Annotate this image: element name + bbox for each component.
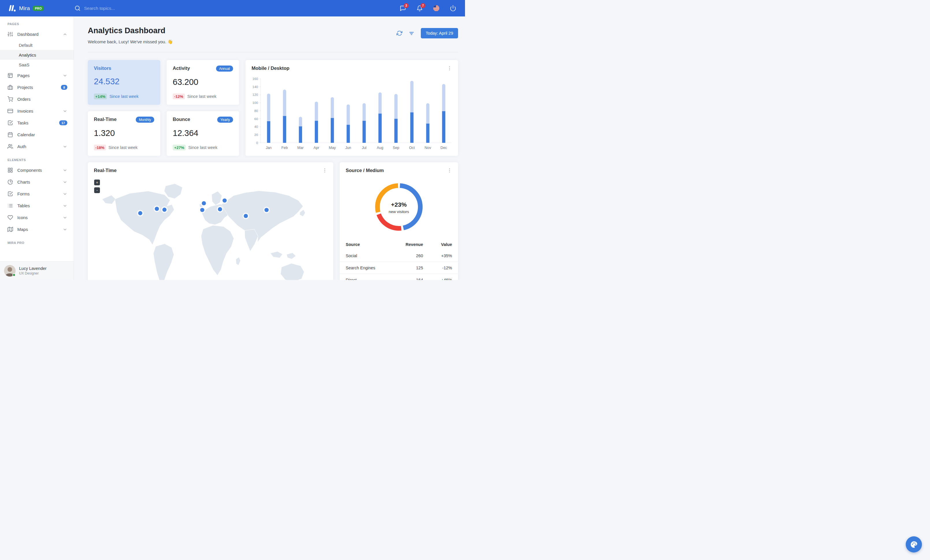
map-marker[interactable] xyxy=(162,207,166,212)
svg-text:May: May xyxy=(329,146,336,150)
map-marker[interactable] xyxy=(218,207,222,211)
svg-text:60: 60 xyxy=(254,117,258,121)
brand-name: Mira xyxy=(19,5,30,12)
top-navbar: Mira PRO 3 7 xyxy=(0,0,465,17)
sidebar-item-auth[interactable]: Auth xyxy=(0,141,74,152)
map-marker[interactable] xyxy=(200,208,204,212)
period-badge[interactable]: Monthly xyxy=(136,117,154,123)
date-button[interactable]: Today: April 29 xyxy=(421,28,458,38)
sidebar-item-pages[interactable]: Pages xyxy=(0,69,74,81)
svg-text:Feb: Feb xyxy=(281,146,288,150)
cell-source: Direct xyxy=(340,274,392,280)
cell-value: +46% xyxy=(429,274,458,280)
map-marker[interactable] xyxy=(265,208,269,212)
sidebar-item-maps[interactable]: Maps xyxy=(0,223,74,235)
power-icon xyxy=(450,5,456,12)
svg-text:Mar: Mar xyxy=(297,146,304,150)
stat-value: 12.364 xyxy=(173,129,233,138)
messages-button[interactable]: 3 xyxy=(400,5,406,12)
sidebar-item-calendar[interactable]: Calendar xyxy=(0,129,74,141)
online-status-dot xyxy=(12,273,15,276)
sidebar-item-label: Pages xyxy=(17,73,63,78)
sidebar-item-invoices[interactable]: Invoices xyxy=(0,105,74,117)
filter-button[interactable] xyxy=(409,30,414,36)
stat-delta-badge: +27% xyxy=(173,144,186,150)
navbar-actions: 3 7 xyxy=(400,5,457,12)
language-button[interactable] xyxy=(433,5,439,11)
table-header-revenue: Revenue xyxy=(392,239,429,250)
sidebar-user[interactable]: Lucy Lavender UX Designer xyxy=(0,261,74,280)
map-marker[interactable] xyxy=(155,207,159,211)
stats-grid: Visitors24.532+14%Since last weekActivit… xyxy=(88,60,239,156)
map-menu-button[interactable] xyxy=(322,168,328,173)
chevron-down-icon xyxy=(63,192,67,196)
sidebar-item-charts[interactable]: Charts xyxy=(0,176,74,188)
svg-text:Apr: Apr xyxy=(314,146,320,150)
sidebar-item-tasks[interactable]: Tasks17 xyxy=(0,117,74,129)
filter-icon xyxy=(409,30,414,36)
svg-text:Jan: Jan xyxy=(266,146,271,150)
svg-text:20: 20 xyxy=(254,133,258,137)
svg-text:140: 140 xyxy=(253,85,258,89)
sidebar-item-dashboard[interactable]: Dashboard xyxy=(0,28,74,40)
heart-icon xyxy=(8,215,13,220)
layout-icon xyxy=(8,73,13,78)
sidebar-item-label: Dashboard xyxy=(17,32,63,37)
mira-logo-icon xyxy=(8,4,16,12)
sidebar-item-forms[interactable]: Forms xyxy=(0,188,74,200)
bar-chart: 020406080100120140160JanFebMarAprMayJunJ… xyxy=(250,74,454,153)
source-menu-button[interactable] xyxy=(447,168,452,173)
sidebar-item-label: Tasks xyxy=(17,120,59,125)
shopping-cart-icon xyxy=(8,97,13,102)
sidebar-item-label: Invoices xyxy=(17,109,63,114)
search-icon xyxy=(74,5,80,11)
svg-text:160: 160 xyxy=(253,77,258,81)
refresh-icon xyxy=(397,30,402,36)
zoom-out-button[interactable]: - xyxy=(94,187,100,193)
sidebar-item-projects[interactable]: Projects8 xyxy=(0,81,74,93)
cell-value: -12% xyxy=(429,262,458,274)
list-icon xyxy=(8,203,13,209)
sidebar-item-components[interactable]: Components xyxy=(0,164,74,176)
chevron-down-icon xyxy=(63,73,67,78)
cell-revenue: 125 xyxy=(392,262,429,274)
sliders-icon xyxy=(8,31,13,37)
sidebar-item-tables[interactable]: Tables xyxy=(0,200,74,212)
notifications-button[interactable]: 7 xyxy=(416,5,423,12)
zoom-in-button[interactable]: + xyxy=(94,180,100,185)
brand[interactable]: Mira PRO xyxy=(8,4,74,12)
period-badge[interactable]: Annual xyxy=(216,66,233,72)
stat-delta-badge: +14% xyxy=(94,94,107,99)
main-content: Analytics Dashboard Welcome back, Lucy! … xyxy=(74,17,465,280)
map-marker[interactable] xyxy=(138,211,142,215)
chart-menu-button[interactable] xyxy=(447,66,452,71)
sidebar-subitem-analytics[interactable]: Analytics xyxy=(0,50,74,60)
map-icon xyxy=(8,227,13,232)
refresh-button[interactable] xyxy=(397,30,402,36)
donut-center-value: +23% xyxy=(391,201,406,208)
map-marker[interactable] xyxy=(244,214,248,218)
chevron-down-icon xyxy=(63,204,67,208)
stat-caption: Since last week xyxy=(188,145,217,150)
search-input[interactable] xyxy=(84,6,171,11)
user-role: UX Designer xyxy=(19,272,46,275)
briefcase-icon xyxy=(8,84,13,90)
svg-text:Aug: Aug xyxy=(377,146,383,150)
sidebar-item-orders[interactable]: Orders xyxy=(0,93,74,105)
sidebar-subitem-saas[interactable]: SaaS xyxy=(0,60,74,69)
users-icon xyxy=(8,144,13,149)
sidebar-item-icons[interactable]: Icons xyxy=(0,212,74,223)
map-marker[interactable] xyxy=(222,198,226,203)
cell-source: Search Engines xyxy=(340,262,392,274)
period-badge[interactable]: Yearly xyxy=(217,117,233,123)
sidebar-subitem-default[interactable]: Default xyxy=(0,40,74,50)
logout-button[interactable] xyxy=(450,5,456,12)
sidebar-section-label-mira-pro: MIRA PRO xyxy=(0,235,74,247)
svg-text:100: 100 xyxy=(253,101,258,104)
chevron-down-icon xyxy=(63,180,67,184)
map-marker[interactable] xyxy=(202,201,206,205)
stat-title: Bounce xyxy=(173,117,190,122)
sidebar-badge: 8 xyxy=(61,85,67,90)
chevron-down-icon xyxy=(63,109,67,114)
chart-title: Mobile / Desktop xyxy=(252,66,289,71)
